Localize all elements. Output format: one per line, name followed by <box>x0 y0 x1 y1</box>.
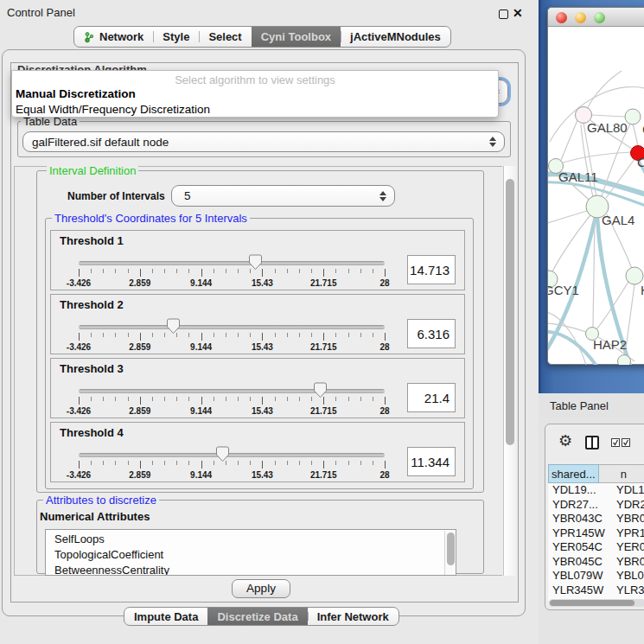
tab-label: Select <box>208 30 241 43</box>
zoom-traffic-light[interactable] <box>594 12 605 23</box>
slider-track[interactable] <box>79 261 385 265</box>
table-header-row: shared... n <box>548 464 644 483</box>
tick-label: 2.859 <box>129 406 150 416</box>
tab-cyni-toolbox[interactable]: Cyni Toolbox <box>252 27 341 47</box>
table-row[interactable]: YPR145WYPR1 <box>548 526 644 541</box>
threshold-value-input[interactable] <box>407 255 456 284</box>
number-of-intervals-label: Number of Intervals <box>67 190 165 202</box>
tab-network[interactable]: Network <box>74 27 153 47</box>
network-desktop: GAL80 G C GAL11 GAL4 GCY1 H HAP2 <box>539 0 644 393</box>
table-panel-titlebar: Table Panel <box>539 393 644 418</box>
table-row[interactable]: YDR27...YDR2 <box>548 498 644 513</box>
horizontal-scrollbar[interactable] <box>549 599 644 607</box>
apply-button[interactable]: Apply <box>232 579 290 598</box>
slider-thumb[interactable] <box>248 254 263 271</box>
tick-label: -3.426 <box>67 278 91 288</box>
table-row[interactable]: YBL079WYBL0 <box>548 569 644 583</box>
scrollbar-thumb[interactable] <box>506 179 514 445</box>
threshold-label: Threshold 4 <box>60 426 124 439</box>
combo-arrows-icon <box>489 137 496 147</box>
slider-ticks <box>79 333 386 341</box>
slider-track[interactable] <box>79 325 385 329</box>
tick-label: 9.144 <box>190 470 212 480</box>
close-traffic-light[interactable] <box>556 12 567 23</box>
tab-label: Infer Network <box>317 610 389 623</box>
tick-label: -3.426 <box>67 406 91 416</box>
node-bottom <box>618 355 631 366</box>
slider-ticks <box>79 461 386 469</box>
tab-label: Discretize Data <box>217 610 297 623</box>
table-row[interactable]: YBR043CYBR0 <box>548 512 644 526</box>
minimize-traffic-light[interactable] <box>575 12 586 23</box>
column-header-name[interactable]: n <box>599 464 644 483</box>
numerical-attributes-label: Numerical Attributes <box>40 510 150 523</box>
network-graph[interactable]: GAL80 G C GAL11 GAL4 GCY1 H HAP2 <box>548 28 644 365</box>
dropdown-item-equal-width[interactable]: Equal Width/Frequency Discretization <box>12 103 498 118</box>
table-row[interactable]: YBR045CYBR0 <box>548 555 644 570</box>
tick-label: 2.859 <box>129 342 150 352</box>
scrollbar-thumb[interactable] <box>550 600 634 606</box>
dropdown-item-manual[interactable]: Manual Discretization <box>12 87 498 103</box>
slider-track[interactable] <box>79 389 385 393</box>
tick-label: 9.144 <box>190 278 212 288</box>
threshold-value-input[interactable] <box>407 447 456 476</box>
network-view-window[interactable]: GAL80 G C GAL11 GAL4 GCY1 H HAP2 <box>547 7 644 365</box>
tab-select[interactable]: Select <box>199 27 251 47</box>
threshold-value-input[interactable] <box>407 383 456 412</box>
float-window-icon[interactable] <box>499 10 508 19</box>
table-data-combo[interactable]: galFiltered.sif default node <box>22 131 505 152</box>
attributes-list[interactable]: SelfLoops TopologicalCoefficient Between… <box>45 529 456 576</box>
attributes-group-label: Attributes to discretize <box>43 494 159 507</box>
screen: Control Panel ✕ Network Style Select Cyn… <box>0 0 644 644</box>
node-label: C <box>637 155 644 169</box>
dropdown-hint: Select algorithm to view settings <box>12 71 498 87</box>
tick-label: 9.144 <box>190 406 212 416</box>
threshold-3-panel: Threshold 3 -3.426 2.859 9.144 15.43 21.… <box>50 358 465 418</box>
threshold-value-input[interactable] <box>407 319 456 348</box>
table-row[interactable]: YER054CYER0 <box>548 540 644 555</box>
tick-label: 2.859 <box>129 470 150 480</box>
tab-style[interactable]: Style <box>153 27 199 47</box>
slider-thumb[interactable] <box>166 318 181 335</box>
slider-thumb[interactable] <box>215 446 230 462</box>
tab-infer-network[interactable]: Infer Network <box>308 608 399 625</box>
tick-label: 15.43 <box>252 470 273 480</box>
node-h <box>626 267 643 284</box>
tick-label: -3.426 <box>67 342 91 352</box>
slider-thumb[interactable] <box>313 382 328 399</box>
table-row[interactable]: YDL19...YDL1 <box>548 483 644 498</box>
table-panel-title: Table Panel <box>550 399 609 412</box>
tick-label: 15.43 <box>252 342 273 352</box>
scrollbar-thumb[interactable] <box>447 532 455 565</box>
close-icon[interactable]: ✕ <box>513 6 523 20</box>
control-panel-window: Control Panel ✕ Network Style Select Cyn… <box>0 0 539 644</box>
node-label: HAP2 <box>593 337 627 352</box>
select-all-checkboxes-icon[interactable] <box>611 438 632 448</box>
tab-jactivemnodules[interactable]: jActiveMNodules <box>341 27 450 47</box>
number-of-intervals-spinner[interactable]: 5 <box>171 185 395 207</box>
algorithm-dropdown-popup: Select algorithm to view settings Manual… <box>11 70 499 118</box>
top-tab-bar: Network Style Select Cyni Toolbox jActiv… <box>73 26 451 48</box>
tick-label: -3.426 <box>67 470 91 480</box>
tab-impute-data[interactable]: Impute Data <box>124 608 207 625</box>
tick-label: 21.715 <box>310 342 337 352</box>
network-window-titlebar[interactable] <box>548 8 644 27</box>
tab-label: Network <box>99 30 143 43</box>
tab-discretize-data[interactable]: Discretize Data <box>207 608 307 625</box>
threshold-label: Threshold 3 <box>60 362 124 375</box>
list-item[interactable]: BetweennessCentrality <box>46 563 456 576</box>
tick-label: 28 <box>379 278 389 288</box>
table-row[interactable]: YLR345WYLR3 <box>548 583 644 598</box>
node-label: GAL80 <box>587 120 628 135</box>
split-columns-icon[interactable] <box>585 436 600 450</box>
interval-definition-label: Interval Definition <box>47 164 138 177</box>
slider-track[interactable] <box>79 453 385 457</box>
list-item[interactable]: TopologicalCoefficient <box>46 547 456 563</box>
list-item[interactable]: SelfLoops <box>46 532 456 547</box>
column-header-shared-name[interactable]: shared... <box>548 464 599 483</box>
tick-label: 9.144 <box>190 342 212 352</box>
vertical-scrollbar[interactable] <box>503 166 516 576</box>
list-scrollbar[interactable] <box>444 531 455 576</box>
spinner-arrows-icon <box>379 191 386 201</box>
gear-icon[interactable]: ⚙ <box>558 431 572 450</box>
